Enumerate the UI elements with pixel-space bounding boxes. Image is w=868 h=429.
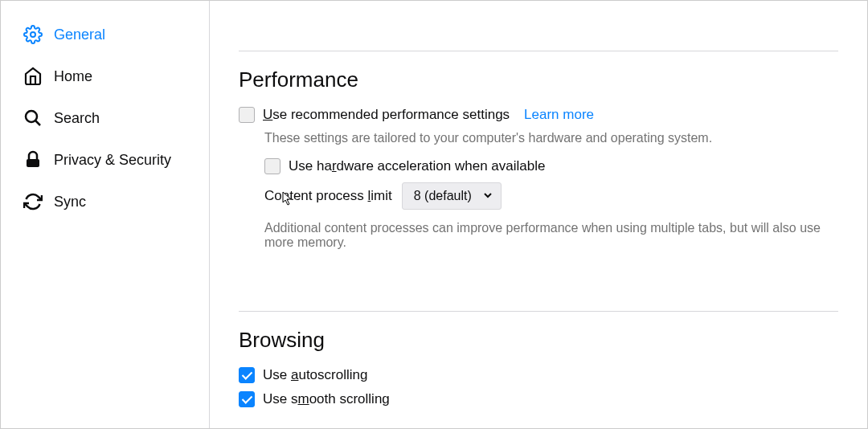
sync-icon: [23, 192, 43, 211]
svg-line-2: [35, 121, 40, 125]
browsing-heading: Browsing: [239, 328, 838, 353]
svg-point-1: [26, 111, 37, 122]
content-limit-row: Content process limit 8 (default): [264, 182, 838, 210]
section-divider: [239, 311, 838, 312]
recommended-description: These settings are tailored to your comp…: [264, 131, 838, 145]
content-limit-description: Additional content processes can improve…: [264, 221, 838, 250]
sidebar-item-label: Sync: [54, 194, 86, 210]
hardware-accel-row: Use hardware acceleration when available: [264, 158, 838, 174]
autoscroll-row: Use autoscrolling: [239, 367, 838, 383]
svg-rect-3: [27, 159, 39, 167]
section-divider: [239, 51, 838, 51]
recommended-settings-label[interactable]: Use recommended performance settings: [263, 107, 510, 123]
smooth-scroll-row: Use smooth scrolling: [239, 391, 838, 407]
sidebar-item-privacy[interactable]: Privacy & Security: [1, 139, 209, 181]
sidebar-item-general[interactable]: General: [1, 14, 209, 55]
recommended-settings-row: Use recommended performance settings Lea…: [239, 107, 838, 123]
sidebar-item-search[interactable]: Search: [1, 97, 209, 139]
content-limit-label: Content process limit: [264, 188, 392, 204]
sidebar-item-home[interactable]: Home: [1, 55, 209, 97]
content-limit-select[interactable]: 8 (default): [402, 182, 502, 210]
content-limit-value: 8 (default): [414, 189, 472, 203]
autoscroll-label[interactable]: Use autoscrolling: [263, 367, 367, 383]
chevron-down-icon: [483, 189, 493, 203]
hardware-accel-label[interactable]: Use hardware acceleration when available: [289, 158, 545, 174]
sidebar-item-label: Home: [54, 68, 92, 85]
svg-point-0: [31, 32, 35, 37]
sidebar-item-label: General: [54, 27, 105, 43]
hardware-accel-checkbox[interactable]: [264, 158, 280, 174]
settings-main: Performance Use recommended performance …: [210, 1, 867, 428]
performance-heading: Performance: [239, 67, 838, 92]
smooth-scroll-checkbox[interactable]: [239, 391, 255, 407]
learn-more-link[interactable]: Learn more: [524, 107, 594, 123]
autoscroll-checkbox[interactable]: [239, 367, 255, 383]
gear-icon: [23, 25, 43, 44]
search-icon: [23, 108, 43, 128]
home-icon: [23, 67, 43, 86]
recommended-settings-checkbox[interactable]: [239, 107, 255, 123]
sidebar-item-label: Search: [54, 110, 100, 127]
sidebar-item-label: Privacy & Security: [54, 152, 171, 169]
settings-sidebar: General Home Search Privacy & Security: [1, 1, 210, 428]
sidebar-item-sync[interactable]: Sync: [1, 181, 209, 223]
lock-icon: [23, 150, 43, 170]
smooth-scroll-label[interactable]: Use smooth scrolling: [263, 391, 390, 407]
